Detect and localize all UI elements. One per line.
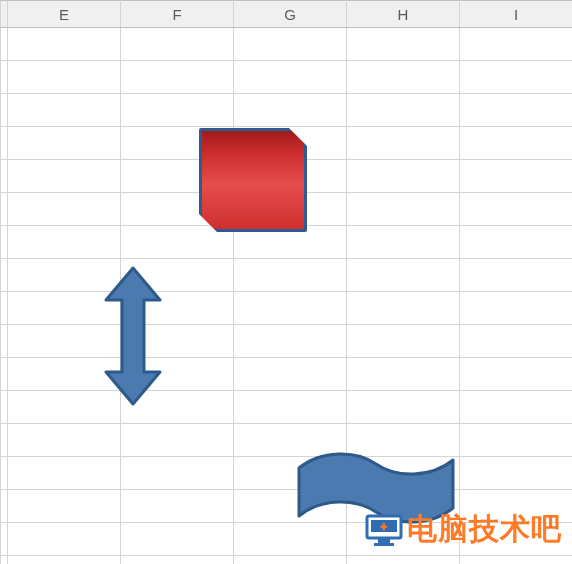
table-row[interactable] [1,61,573,94]
table-row[interactable] [1,358,573,391]
table-row[interactable] [1,28,573,61]
svg-marker-0 [106,268,160,404]
column-header-G[interactable]: G [234,1,347,28]
column-header-row: E F G H I [1,1,573,28]
svg-rect-4 [374,543,394,546]
table-row[interactable] [1,325,573,358]
shape-snip-rectangle[interactable] [199,128,307,232]
column-header-F[interactable]: F [121,1,234,28]
svg-rect-3 [378,539,390,543]
watermark-text: 电脑技术吧 [407,509,562,550]
spreadsheet-grid[interactable]: E F G H I [0,0,572,564]
column-header-H[interactable]: H [347,1,460,28]
table-row[interactable] [1,259,573,292]
svg-text:✚: ✚ [380,522,389,532]
watermark: ✚ 电脑技术吧 [365,509,562,550]
monitor-icon: ✚ [365,514,403,546]
table-row[interactable] [1,556,573,565]
shape-up-down-arrow[interactable] [100,266,166,406]
column-header-E[interactable]: E [8,1,121,28]
table-row[interactable] [1,94,573,127]
column-header-partial[interactable] [1,1,8,28]
table-row[interactable] [1,424,573,457]
column-header-I[interactable]: I [460,1,573,28]
table-row[interactable] [1,457,573,490]
table-row[interactable] [1,391,573,424]
table-row[interactable] [1,292,573,325]
